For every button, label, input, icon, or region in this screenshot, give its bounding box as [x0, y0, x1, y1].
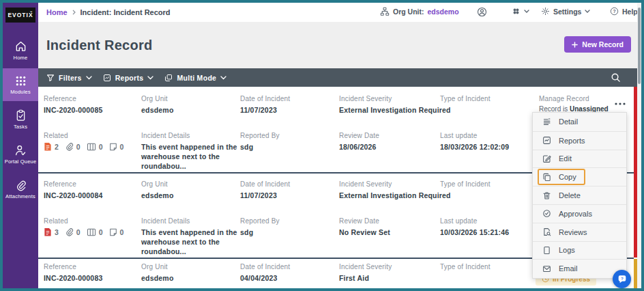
- related-count: 0: [99, 228, 103, 236]
- filters-button[interactable]: Filters: [46, 74, 92, 82]
- reports-button[interactable]: Reports: [103, 74, 154, 82]
- sidebar-item-portal-queue[interactable]: Portal Queue: [3, 138, 38, 171]
- new-record-button[interactable]: New Record: [564, 36, 631, 53]
- sidebar-item-modules[interactable]: Modules: [3, 68, 38, 101]
- manage-record-context-menu: Detail Reports Edit Copy Delete Approval…: [532, 112, 627, 279]
- report-chart-icon: [103, 74, 111, 82]
- related-attachments-link[interactable]: 0: [65, 142, 80, 151]
- settings-menu-button[interactable]: Settings: [541, 7, 590, 16]
- app-page: EVOTIXˇ Home Modules Tasks Portal Queue: [3, 3, 637, 288]
- svg-text:?: ?: [621, 275, 624, 280]
- sidebar-item-attachments[interactable]: Attachments: [3, 173, 38, 206]
- multi-mode-label: Multi Mode: [177, 74, 216, 82]
- scrollbar-thumb[interactable]: [638, 8, 641, 84]
- field-review-date: Review Date No Review Set: [339, 217, 390, 237]
- field-value: edsdemo: [141, 273, 174, 283]
- related-records-link[interactable]: 3: [44, 227, 59, 236]
- library-columns-icon: [87, 143, 96, 151]
- field-reference: Reference INC-2020-000083: [44, 263, 102, 283]
- help-label: Help: [622, 8, 637, 16]
- field-label: Reported By: [240, 132, 280, 139]
- breadcrumb: Home Incident: Incident Record: [46, 8, 171, 16]
- field-value: INC-2020-000085: [44, 105, 102, 115]
- help-circle-icon: ?: [610, 7, 619, 16]
- apps-menu-button[interactable]: [512, 7, 529, 16]
- search-icon[interactable]: [611, 72, 621, 83]
- field-label: Reference: [44, 95, 102, 102]
- field-incident-details: Incident Details This event happened in …: [141, 217, 252, 257]
- sidebar-item-home[interactable]: Home: [3, 33, 38, 66]
- menu-item-logs[interactable]: Logs: [533, 241, 626, 260]
- field-reported-by: Reported By sdg: [240, 217, 280, 237]
- related-count: 0: [76, 228, 80, 236]
- detail-icon: [542, 117, 551, 126]
- field-label: Type of Incident: [440, 95, 491, 102]
- user-menu-button[interactable]: [477, 7, 487, 17]
- menu-item-reports[interactable]: Reports: [533, 131, 626, 150]
- note-icon: [109, 143, 117, 151]
- gear-icon: [541, 7, 550, 16]
- field-label: Reference: [44, 263, 102, 271]
- related-notes-link[interactable]: 0: [109, 228, 124, 236]
- vertical-scrollbar[interactable]: [637, 3, 641, 288]
- field-value: INC-2020-000084: [44, 191, 102, 200]
- page-header: Incident Record New Record: [38, 22, 637, 68]
- field-label: Org Unit: [141, 263, 174, 271]
- field-value: External Investigation Required: [339, 191, 451, 200]
- menu-item-email[interactable]: Email: [533, 259, 626, 277]
- kebab-menu-icon[interactable]: [613, 100, 628, 107]
- field-related: Related 2 0 0: [44, 132, 123, 151]
- menu-item-reviews[interactable]: Reviews: [533, 223, 626, 241]
- menu-item-edit[interactable]: Edit: [533, 150, 626, 168]
- related-notes-link[interactable]: 0: [109, 143, 124, 151]
- reports-label: Reports: [115, 74, 144, 82]
- field-last-update: Last update 10/03/2026 15:21:46: [440, 217, 509, 237]
- field-reference: Reference INC-2020-000084: [44, 180, 102, 200]
- copy-icon: [542, 173, 551, 182]
- tasks-clipboard-icon: [15, 109, 27, 122]
- field-value: 18/06/2026: [339, 142, 379, 152]
- help-menu-button[interactable]: ? Help: [610, 7, 637, 16]
- field-label: Date of Incident: [240, 95, 290, 102]
- menu-item-label: Email: [559, 264, 578, 273]
- field-value: 11/07/2023: [240, 191, 290, 200]
- field-label: Reference: [44, 180, 102, 188]
- field-reference: Reference INC-2020-000085: [44, 95, 102, 115]
- logo-accent: ˇ: [30, 5, 33, 21]
- portal-queue-person-icon: [14, 144, 27, 156]
- field-label: Date of Incident: [240, 263, 290, 271]
- edit-pencil-icon: [542, 154, 551, 163]
- breadcrumb-separator-icon: [72, 10, 76, 15]
- field-manage-record: Manage Record Record is Unassigned: [539, 95, 609, 113]
- related-library-link[interactable]: 0: [87, 143, 103, 151]
- menu-item-approvals[interactable]: Approvals: [533, 204, 626, 223]
- sidebar-item-tasks[interactable]: Tasks: [3, 103, 38, 136]
- library-columns-icon: [87, 228, 96, 236]
- menu-item-label: Reports: [559, 137, 585, 145]
- related-library-link[interactable]: 0: [87, 228, 103, 236]
- menu-item-label: Copy: [559, 173, 576, 181]
- field-label: Type of Incident: [440, 180, 491, 188]
- related-record-icon: [44, 142, 52, 151]
- field-incident-severity: Incident Severity External Investigation…: [339, 180, 451, 200]
- menu-item-delete[interactable]: Delete: [533, 186, 626, 204]
- related-records-link[interactable]: 2: [44, 142, 59, 151]
- multi-mode-button[interactable]: Multi Mode: [164, 74, 226, 82]
- org-tree-icon: [380, 7, 390, 16]
- related-attachments-link[interactable]: 0: [65, 227, 80, 236]
- field-date-of-incident: Date of Incident 11/07/2023: [240, 95, 290, 115]
- field-date-of-incident: Date of Incident 11/07/2023: [240, 180, 290, 200]
- menu-item-label: Approvals: [559, 210, 592, 218]
- chat-help-button[interactable]: ?: [613, 270, 631, 288]
- breadcrumb-home[interactable]: Home: [46, 8, 68, 16]
- sidebar-item-label: Attachments: [5, 193, 35, 199]
- evotix-logo: EVOTIXˇ: [5, 8, 35, 23]
- related-count: 0: [120, 228, 124, 236]
- menu-item-copy[interactable]: Copy: [533, 167, 626, 186]
- field-value: First Aid: [339, 273, 392, 283]
- sidebar-item-label: Modules: [10, 89, 31, 95]
- menu-item-detail[interactable]: Detail: [533, 113, 626, 131]
- field-label: Incident Details: [141, 132, 252, 139]
- org-unit-value[interactable]: edsdemo: [428, 8, 459, 16]
- field-value: No Review Set: [339, 227, 390, 237]
